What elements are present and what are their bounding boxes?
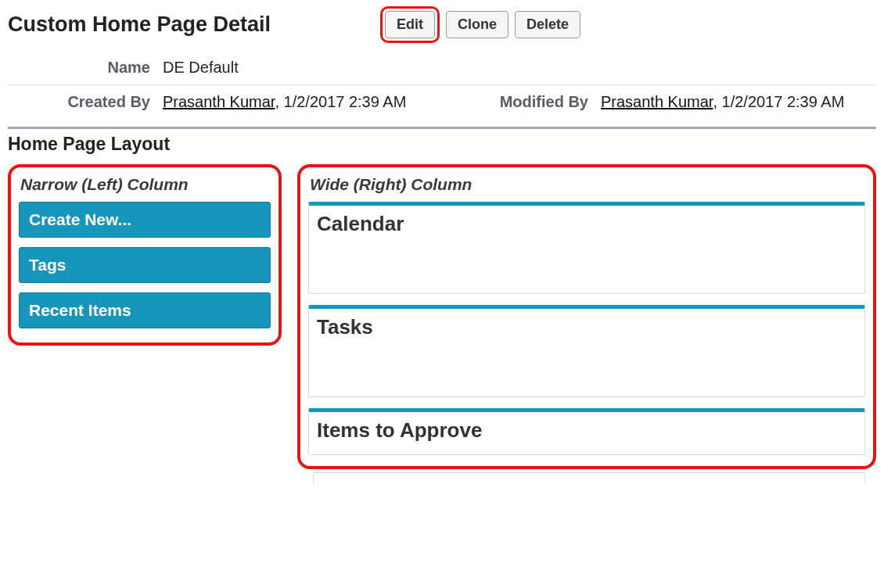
narrow-item-create-new[interactable]: Create New... (19, 202, 271, 238)
created-by-label: Created By (8, 85, 156, 120)
modified-by-user-link[interactable]: Prasanth Kumar (601, 93, 713, 110)
delete-button[interactable]: Delete (515, 11, 580, 38)
narrow-column-title: Narrow (Left) Column (20, 175, 271, 194)
section-divider (8, 127, 876, 129)
wide-column-title: Wide (Right) Column (310, 175, 865, 194)
edit-button[interactable]: Edit (385, 11, 435, 38)
layout-section-title: Home Page Layout (8, 134, 876, 155)
detail-table: Name DE Default Created By Prasanth Kuma… (8, 51, 876, 119)
narrow-item-recent-items[interactable]: Recent Items (19, 292, 271, 328)
modified-by-date: , 1/2/2017 2:39 AM (713, 93, 844, 110)
name-label: Name (8, 51, 156, 85)
wide-item-calendar[interactable]: Calendar (308, 202, 865, 294)
modified-by-value: Prasanth Kumar, 1/2/2017 2:39 AM (595, 85, 876, 120)
narrow-column: Narrow (Left) Column Create New... Tags … (8, 164, 282, 346)
header: Custom Home Page Detail Edit Clone Delet… (8, 6, 876, 43)
layout-columns: Narrow (Left) Column Create New... Tags … (8, 164, 876, 469)
created-by-date: , 1/2/2017 2:39 AM (275, 93, 406, 110)
narrow-item-tags[interactable]: Tags (19, 247, 271, 283)
name-value: DE Default (156, 51, 876, 85)
wide-item-title: Calendar (317, 212, 857, 236)
created-by-user-link[interactable]: Prasanth Kumar (163, 93, 275, 110)
wide-item-tasks[interactable]: Tasks (308, 305, 865, 397)
wide-item-title: Tasks (317, 315, 857, 339)
wide-column: Wide (Right) Column Calendar Tasks Items… (297, 164, 876, 469)
wide-item-title: Items to Approve (317, 418, 857, 443)
page-title: Custom Home Page Detail (8, 13, 271, 37)
edit-highlight: Edit (380, 6, 440, 43)
modified-by-label: Modified By (446, 85, 595, 120)
ghost-next-item (313, 472, 865, 483)
clone-button[interactable]: Clone (446, 11, 508, 38)
created-by-value: Prasanth Kumar, 1/2/2017 2:39 AM (156, 85, 446, 120)
wide-item-items-to-approve[interactable]: Items to Approve (308, 408, 865, 455)
